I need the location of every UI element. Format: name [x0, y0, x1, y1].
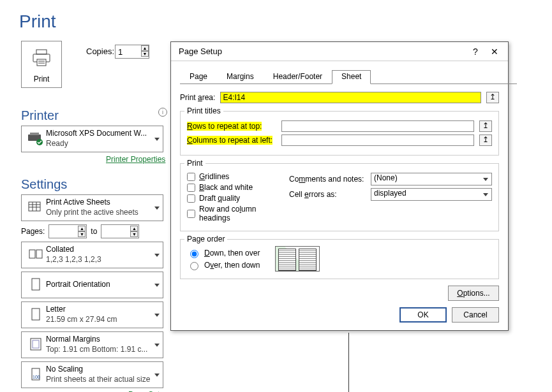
setting-what-title: Print Active Sheets — [46, 198, 151, 208]
info-icon[interactable]: i — [158, 108, 167, 117]
group-page-order: Page order Down, then over Over, then do… — [180, 239, 499, 279]
setting-margins-title: Normal Margins — [46, 335, 151, 345]
preview-divider — [348, 333, 349, 392]
chevron-down-icon — [154, 254, 160, 257]
sheets-icon — [26, 201, 46, 214]
print-button[interactable]: Print — [21, 41, 62, 88]
chevron-down-icon — [483, 193, 488, 196]
svg-rect-18 — [33, 340, 39, 348]
paper-icon — [26, 308, 46, 322]
group-print-titles: Print titles Rows to repeat at top: ↥ Co… — [180, 111, 499, 156]
printer-properties-link[interactable]: Printer Properties — [106, 155, 165, 164]
chk-bw-label: Black and white — [199, 183, 253, 192]
dialog-tabs: Page Margins Header/Footer Sheet — [180, 70, 508, 84]
range-select-icon[interactable]: ↥ — [486, 92, 499, 103]
svg-rect-14 — [36, 250, 42, 258]
setting-what-to-print[interactable]: Print Active SheetsOnly print the active… — [21, 194, 163, 221]
rows-repeat-input[interactable] — [281, 120, 474, 132]
margins-icon — [26, 338, 46, 352]
pages-label: Pages: — [21, 227, 45, 236]
chk-bw[interactable] — [187, 184, 195, 192]
setting-collate-title: Collated — [46, 245, 151, 255]
pages-from[interactable]: ▲▼ — [48, 224, 87, 238]
comments-select[interactable]: (None) — [371, 173, 492, 185]
chevron-down-icon — [154, 207, 160, 210]
setting-orient-title: Portrait Orientation — [46, 280, 151, 290]
cols-repeat-input[interactable] — [281, 134, 474, 146]
pages-to[interactable]: ▲▼ — [101, 224, 139, 238]
rows-repeat-label: Rows to repeat at top: — [187, 122, 276, 131]
tab-sheet[interactable]: Sheet — [332, 70, 371, 84]
chk-draft[interactable] — [187, 194, 195, 203]
cancel-button[interactable]: Cancel — [452, 307, 499, 323]
chk-gridlines[interactable] — [187, 173, 195, 181]
print-area-label: Print area: — [180, 93, 215, 102]
svg-rect-13 — [29, 250, 35, 258]
print-button-label: Print — [22, 75, 61, 83]
cols-repeat-label: Columns to repeat at left: — [187, 136, 276, 145]
chevron-down-icon — [154, 284, 160, 287]
svg-rect-8 — [29, 202, 40, 211]
collate-icon — [26, 249, 46, 261]
chevron-down-icon — [154, 344, 160, 347]
comments-label: Comments and notes: — [289, 175, 366, 184]
setting-scale-sub: Print sheets at their actual size — [46, 375, 151, 385]
print-legend: Print — [184, 159, 205, 168]
copies-spinner[interactable]: ▲▼ — [141, 45, 149, 57]
settings-heading: Settings — [21, 177, 67, 192]
setting-collate-sub: 1,2,3 1,2,3 1,2,3 — [46, 255, 151, 265]
chevron-down-icon — [154, 138, 160, 141]
chk-rowcol[interactable] — [187, 210, 195, 218]
tab-margins[interactable]: Margins — [217, 70, 264, 84]
ok-button[interactable]: OK — [399, 307, 447, 323]
print-titles-legend: Print titles — [184, 106, 223, 115]
range-select-icon[interactable]: ↥ — [479, 134, 492, 146]
options-button[interactable]: Options... — [448, 286, 499, 301]
close-button[interactable]: ✕ — [485, 47, 504, 57]
page-setup-dialog: Page Setup ? ✕ Page Margins Header/Foote… — [170, 41, 509, 331]
setting-what-sub: Only print the active sheets — [46, 208, 151, 218]
pages-to-label: to — [91, 227, 97, 236]
svg-rect-2 — [37, 59, 46, 66]
print-area-input[interactable] — [220, 92, 481, 103]
radio-over-down[interactable] — [190, 262, 198, 270]
setting-paper[interactable]: Letter21.59 cm x 27.94 cm — [21, 301, 163, 328]
radio-down-over[interactable] — [190, 250, 198, 258]
printer-name: Microsoft XPS Document W... — [46, 129, 151, 139]
page-order-illustration — [275, 246, 320, 272]
chk-rowcol-label: Row and column headings — [199, 205, 274, 222]
setting-paper-sub: 21.59 cm x 27.94 cm — [46, 315, 151, 325]
tab-page[interactable]: Page — [180, 70, 217, 84]
setting-orientation[interactable]: Portrait Orientation — [21, 272, 163, 298]
portrait-icon — [26, 278, 46, 292]
errors-value: displayed — [374, 189, 407, 198]
page-title: Print — [19, 11, 56, 32]
dialog-titlebar: Page Setup ? ✕ — [171, 42, 508, 61]
printer-icon — [32, 49, 51, 67]
radio-over-down-label: Over, then down — [204, 261, 260, 270]
tab-headerfooter[interactable]: Header/Footer — [264, 70, 332, 84]
chevron-down-icon — [483, 178, 488, 181]
range-select-icon[interactable]: ↥ — [479, 120, 492, 132]
printer-heading: Printer — [21, 108, 59, 123]
radio-down-over-label: Down, then over — [204, 249, 260, 258]
chk-draft-label: Draft quality — [199, 194, 240, 203]
svg-rect-15 — [32, 279, 40, 290]
errors-label: Cell errors as: — [289, 190, 366, 199]
svg-rect-6 — [30, 133, 39, 135]
printer-status-icon — [26, 132, 46, 146]
printer-status: Ready — [46, 139, 151, 149]
setting-scale-title: No Scaling — [46, 365, 151, 375]
errors-select[interactable]: displayed — [371, 188, 492, 201]
chevron-down-icon — [154, 314, 160, 317]
setting-margins[interactable]: Normal MarginsTop: 1.91 cm Bottom: 1.91 … — [21, 331, 163, 358]
pages-row: Pages: ▲▼ to ▲▼ — [21, 224, 139, 238]
printer-select[interactable]: Microsoft XPS Document W... Ready — [21, 126, 163, 152]
setting-scale[interactable]: 100 No ScalingPrint sheets at their actu… — [21, 361, 163, 388]
help-button[interactable]: ? — [466, 47, 485, 57]
copies-label: Copies: — [86, 47, 114, 56]
svg-rect-0 — [36, 50, 47, 54]
setting-collate[interactable]: Collated1,2,3 1,2,3 1,2,3 — [21, 242, 163, 268]
group-print: Print Gridlines Black and white Draft qu… — [180, 163, 499, 231]
scale-icon: 100 — [26, 368, 46, 382]
